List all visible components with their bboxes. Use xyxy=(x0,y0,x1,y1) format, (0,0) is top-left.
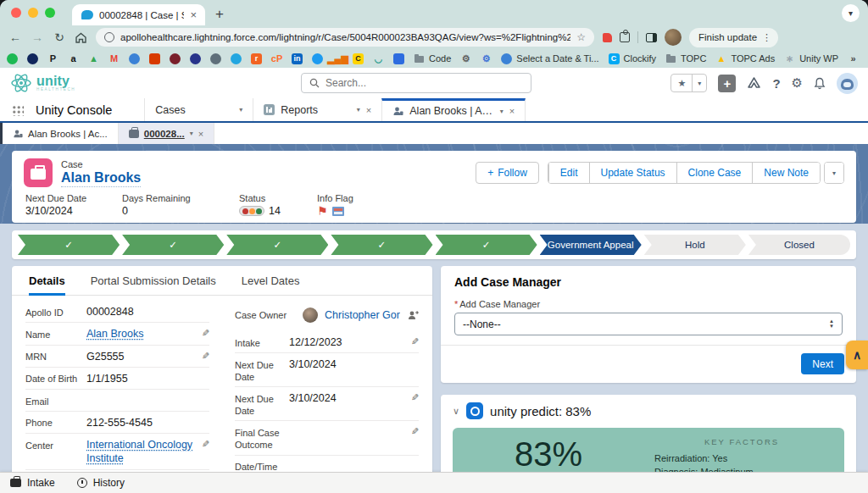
bookmark-item[interactable] xyxy=(7,53,18,64)
owner-name-link[interactable]: Christopher Gonzalez xyxy=(325,309,400,321)
bookmark-item[interactable]: P xyxy=(47,53,58,64)
minimize-window-button[interactable] xyxy=(28,8,38,18)
bookmark-item[interactable]: ▲ xyxy=(88,53,99,64)
subtab-account[interactable]: Alan Brooks | Ac... xyxy=(0,123,119,144)
path-stage[interactable]: ✓ xyxy=(436,235,537,255)
tab-level-dates[interactable]: Level Dates xyxy=(242,266,300,295)
bookmark-star-icon[interactable]: ☆ xyxy=(576,31,586,43)
bookmark-item[interactable] xyxy=(27,53,38,64)
favorites-dropdown-icon[interactable]: ▾ xyxy=(692,75,706,91)
favorites-star-icon[interactable]: ★ xyxy=(671,75,692,91)
record-action-button[interactable]: Update Status xyxy=(589,163,676,183)
bookmark-item[interactable]: » xyxy=(848,53,859,64)
close-subtab-icon[interactable]: × xyxy=(198,129,203,139)
path-stage[interactable]: Closed xyxy=(748,235,850,255)
chevron-down-icon[interactable]: ▾ xyxy=(190,130,193,137)
side-panel-icon[interactable] xyxy=(646,33,657,42)
bookmark-item[interactable]: C Clockify xyxy=(609,53,657,64)
next-button[interactable]: Next xyxy=(801,353,844,374)
change-owner-icon[interactable] xyxy=(407,310,419,321)
bookmark-item[interactable]: Code xyxy=(414,53,451,64)
home-icon[interactable] xyxy=(75,31,87,44)
path-stage[interactable]: Hold xyxy=(644,235,746,255)
tab-search-chevron-icon[interactable]: ▾ xyxy=(842,4,860,22)
guidance-center-icon[interactable] xyxy=(747,77,761,89)
bookmark-item[interactable]: M xyxy=(108,53,120,64)
bookmark-item[interactable] xyxy=(393,53,404,64)
case-manager-select[interactable]: --None-- ▲▼ xyxy=(454,313,843,335)
bookmark-item[interactable]: ⚙ xyxy=(481,53,492,64)
path-stage[interactable]: ✓ xyxy=(122,235,224,255)
utility-history[interactable]: History xyxy=(77,477,125,489)
more-menu-icon[interactable]: ⋮ xyxy=(762,32,771,43)
bookmark-item[interactable] xyxy=(312,53,323,64)
follow-button[interactable]: + Follow xyxy=(476,162,539,184)
global-search-input[interactable] xyxy=(326,77,523,89)
collapse-chevron-icon[interactable]: ∨ xyxy=(453,406,459,417)
bookmark-item[interactable]: ▂▄▆ xyxy=(332,53,343,64)
edit-pencil-icon[interactable]: ✎ xyxy=(202,350,209,362)
edit-pencil-icon[interactable]: ✎ xyxy=(411,335,419,347)
profile-avatar[interactable] xyxy=(665,29,682,46)
edit-pencil-icon[interactable]: ✎ xyxy=(202,438,209,450)
site-settings-icon[interactable] xyxy=(104,32,114,42)
edit-pencil-icon[interactable]: ✎ xyxy=(411,391,419,403)
notifications-bell-icon[interactable] xyxy=(814,77,826,90)
bookmark-item[interactable] xyxy=(190,53,201,64)
bookmark-item[interactable]: ▲ TOPC Ads xyxy=(715,53,775,64)
back-icon[interactable]: ← xyxy=(8,30,22,44)
app-launcher-waffle-icon[interactable] xyxy=(0,98,36,121)
side-panel-pull-tab[interactable]: ∧ xyxy=(846,341,868,369)
bookmark-item[interactable]: C xyxy=(353,53,364,64)
bookmark-item[interactable]: r xyxy=(251,53,262,64)
url-input[interactable] xyxy=(120,32,570,42)
global-search[interactable] xyxy=(301,73,531,93)
forward-icon[interactable]: → xyxy=(31,30,44,44)
chevron-down-icon[interactable]: ▾ xyxy=(239,106,242,114)
close-window-button[interactable] xyxy=(11,8,21,18)
bookmark-item[interactable]: Select a Date & Ti... xyxy=(501,53,598,64)
nav-tab-cases[interactable]: Cases ▾ xyxy=(144,98,253,121)
bookmark-item[interactable]: ◡ xyxy=(373,53,384,64)
path-stage[interactable]: ✓ xyxy=(226,235,328,255)
close-tab-icon[interactable]: × xyxy=(190,8,197,21)
close-tab-icon[interactable]: × xyxy=(509,106,515,116)
bookmark-item[interactable] xyxy=(149,53,160,64)
subtab-case-active[interactable]: 000028... ▾ × xyxy=(119,123,214,144)
path-stage[interactable]: ✓ xyxy=(18,235,120,255)
path-stage[interactable]: Government Appeal xyxy=(540,235,642,255)
finish-update-button[interactable]: Finish update ⋮ xyxy=(689,28,778,47)
nav-tab-record-active[interactable]: Alan Brooks | Accou... ▾ × xyxy=(381,98,526,121)
close-tab-icon[interactable]: × xyxy=(366,105,371,115)
favorites-button[interactable]: ★ ▾ xyxy=(670,74,707,92)
chevron-down-icon[interactable]: ▾ xyxy=(500,108,504,115)
tab-portal-submission-details[interactable]: Portal Submission Details xyxy=(91,266,216,295)
record-action-button[interactable]: Clone Case xyxy=(676,163,753,183)
bookmark-item[interactable]: ∗ Unity WP xyxy=(784,53,838,64)
extensions-puzzle-icon[interactable] xyxy=(620,32,630,42)
more-actions-dropdown-icon[interactable]: ▾ xyxy=(825,163,843,183)
path-stage[interactable]: ✓ xyxy=(331,235,432,255)
tab-details[interactable]: Details xyxy=(29,266,65,295)
browser-tab[interactable]: 00002848 | Case | Salesforce × xyxy=(72,4,205,25)
new-tab-button[interactable]: + xyxy=(215,6,224,23)
edit-pencil-icon[interactable]: ✎ xyxy=(411,425,419,437)
bookmark-item[interactable] xyxy=(231,53,242,64)
bookmark-item[interactable]: ⚙ xyxy=(460,53,471,64)
extension-icon[interactable] xyxy=(603,33,612,42)
bookmark-item[interactable] xyxy=(170,53,181,64)
bookmark-item[interactable] xyxy=(210,53,221,64)
bookmark-item[interactable]: cP xyxy=(271,53,282,64)
record-action-button[interactable]: New Note xyxy=(752,163,820,183)
bookmark-item[interactable]: a xyxy=(68,53,79,64)
reload-icon[interactable]: ↻ xyxy=(53,30,66,44)
nav-tab-reports[interactable]: Reports ▾ × xyxy=(253,98,381,121)
edit-pencil-icon[interactable]: ✎ xyxy=(202,327,209,339)
utility-intake[interactable]: Intake xyxy=(10,477,55,489)
global-actions-icon[interactable]: + xyxy=(718,75,736,92)
user-avatar[interactable] xyxy=(837,73,858,94)
help-icon[interactable]: ? xyxy=(772,76,780,91)
maximize-window-button[interactable] xyxy=(45,8,55,18)
bookmark-item[interactable]: TOPC xyxy=(665,53,706,64)
bookmark-item[interactable] xyxy=(129,53,140,64)
